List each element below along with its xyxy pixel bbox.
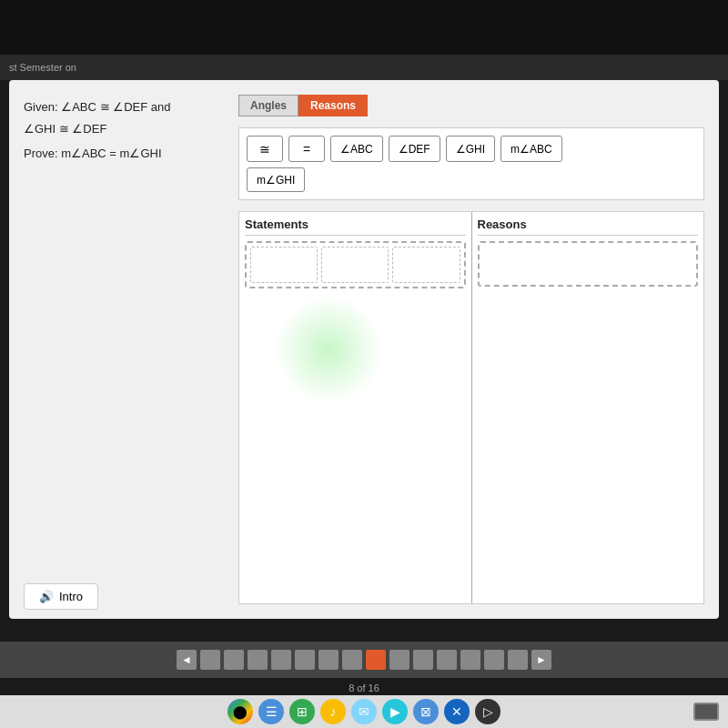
tile-m-angle-abc[interactable]: m∠ABC [500, 136, 562, 162]
taskbar-icon-5[interactable]: ▶ [382, 699, 408, 724]
nav-page-8-current[interactable] [366, 650, 386, 670]
nav-page-5[interactable] [295, 650, 315, 670]
taskbar-icon-6[interactable]: ⊠ [413, 699, 439, 724]
tile-angle-ghi-label: ∠GHI [456, 143, 485, 156]
browser-bar-text: st Semester on [9, 62, 76, 73]
tile-m-angle-ghi-label: m∠GHI [257, 174, 295, 187]
intro-label: Intro [59, 590, 83, 603]
nav-page-7[interactable] [342, 650, 362, 670]
tabs-row: Angles Reasons [238, 95, 704, 116]
browser-bar: st Semester on [0, 55, 728, 80]
proof-table: Statements Reasons [238, 211, 704, 604]
tile-angle-abc-label: ∠ABC [340, 143, 373, 156]
tile-angle-abc[interactable]: ∠ABC [330, 136, 383, 162]
taskbar-icon-8[interactable]: ▷ [475, 699, 500, 724]
nav-page-1[interactable] [200, 650, 220, 670]
tab-reasons[interactable]: Reasons [298, 95, 368, 116]
right-panel: Angles Reasons ≅ = ∠ABC ∠DEF ∠GHI [238, 95, 704, 604]
next-page-button[interactable]: ► [531, 650, 551, 670]
tile-m-angle-abc-label: m∠ABC [511, 143, 552, 156]
nav-page-12[interactable] [460, 650, 480, 670]
statements-header: Statements [245, 217, 466, 236]
given-prove: Given: ∠ABC ≅ ∠DEF and ∠GHI ≅ ∠DEF Prove… [24, 95, 224, 604]
taskbar-icon-2[interactable]: ⊞ [289, 699, 315, 724]
nav-page-4[interactable] [271, 650, 291, 670]
main-content: Given: ∠ABC ≅ ∠DEF and ∠GHI ≅ ∠DEF Prove… [9, 80, 719, 619]
taskbar-icon-1[interactable]: ☰ [258, 699, 284, 724]
taskbar-icon-4[interactable]: ✉ [351, 699, 377, 724]
statement-cell-1[interactable] [250, 247, 318, 283]
nav-page-9[interactable] [389, 650, 410, 670]
taskbar-icon-7[interactable]: ✕ [444, 699, 470, 724]
speaker-icon: 🔊 [39, 590, 54, 603]
taskbar-icon-3[interactable]: ♪ [320, 699, 346, 724]
tile-congruent-label: ≅ [259, 142, 270, 157]
nav-page-11[interactable] [437, 650, 457, 670]
tiles-area: ≅ = ∠ABC ∠DEF ∠GHI m∠ABC [238, 127, 704, 200]
given-line1: Given: ∠ABC ≅ ∠DEF and [24, 98, 224, 116]
statement-cell-2[interactable] [321, 247, 389, 283]
top-bar: st Semester on [0, 0, 728, 55]
statements-drop-zone[interactable] [245, 241, 466, 288]
bottom-nav: ◄ ► [0, 642, 728, 678]
prove-statement: Prove: m∠ABC = m∠GHI [24, 145, 224, 163]
nav-page-3[interactable] [248, 650, 268, 670]
taskbar: ⬤ ☰ ⊞ ♪ ✉ ▶ ⊠ ✕ ▷ [0, 695, 728, 728]
statements-col: Statements [239, 212, 472, 603]
chrome-icon[interactable]: ⬤ [228, 699, 253, 724]
tile-equals[interactable]: = [288, 136, 325, 162]
tile-angle-ghi[interactable]: ∠GHI [446, 136, 495, 162]
tile-congruent[interactable]: ≅ [247, 136, 283, 162]
nav-page-2[interactable] [224, 650, 244, 670]
nav-page-14[interactable] [508, 650, 528, 670]
taskbar-screenshot [693, 703, 719, 721]
problem-area: Given: ∠ABC ≅ ∠DEF and ∠GHI ≅ ∠DEF Prove… [24, 95, 704, 604]
tile-equals-label: = [303, 142, 310, 157]
page-indicator: 8 of 16 [0, 682, 728, 693]
intro-button[interactable]: 🔊 Intro [24, 583, 98, 610]
tile-angle-def[interactable]: ∠DEF [389, 136, 440, 162]
tab-angles[interactable]: Angles [238, 95, 298, 116]
nav-page-13[interactable] [484, 650, 504, 670]
prev-page-button[interactable]: ◄ [177, 650, 197, 670]
reasons-header: Reasons [478, 217, 699, 236]
given-line2: ∠GHI ≅ ∠DEF [24, 120, 224, 138]
tile-m-angle-ghi[interactable]: m∠GHI [247, 167, 305, 192]
reasons-drop-zone[interactable] [478, 241, 699, 287]
statement-cell-3[interactable] [392, 247, 460, 283]
reasons-col: Reasons [472, 212, 704, 603]
nav-page-10[interactable] [413, 650, 433, 670]
tile-angle-def-label: ∠DEF [399, 143, 430, 156]
nav-page-6[interactable] [318, 650, 339, 670]
